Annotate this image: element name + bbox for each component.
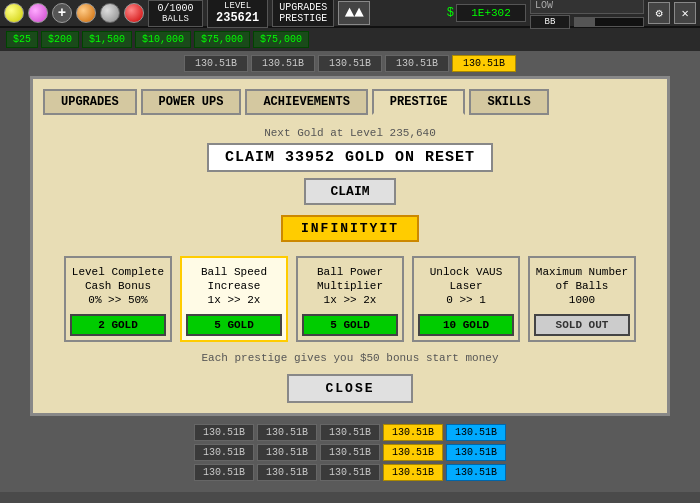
ball-yellow-icon[interactable] [4,3,24,23]
upgrade-card-3: Unlock VAUS Laser0 >> 1 10 GOLD [412,256,520,342]
card-title-4: Maximum Number of Balls1000 [534,264,630,308]
card-btn-2[interactable]: 5 GOLD [302,314,398,336]
ball-red-icon[interactable] [124,3,144,23]
ball-gray-icon[interactable] [100,3,120,23]
gold-info: Next Gold at Level 235,640 CLAIM 33952 G… [43,127,657,205]
top-bar: + 0/1000 BALLS LEVEL 235621 UPGRADES PRE… [0,0,700,28]
prestige-note: Each prestige gives you $50 bonus start … [43,352,657,364]
upgrade-card-0: Level Complete Cash Bonus0% >> 50% 2 GOL… [64,256,172,342]
next-gold-label: Next Gold at Level 235,640 [43,127,657,139]
inner-tab-2[interactable]: 130.51B [318,55,382,72]
card-btn-0[interactable]: 2 GOLD [70,314,166,336]
bottom-tab-row-1: 130.51B 130.51B 130.51B 130.51B 130.51B [8,424,692,441]
ball-orange-icon[interactable] [76,3,96,23]
upgrade-card-2: Ball Power Multiplier1x >> 2x 5 GOLD [296,256,404,342]
btab-2-1[interactable]: 130.51B [257,444,317,461]
bet-row: $25 $200 $1,500 $10,000 $75,000 $75,000 [0,28,700,51]
money-display: 1E+302 [456,4,526,22]
tab-prestige[interactable]: PRESTIGE [372,89,466,115]
game-area: 130.51B 130.51B 130.51B 130.51B 130.51B … [0,51,700,492]
btab-1-3[interactable]: 130.51B [383,424,443,441]
bottom-tab-row-2: 130.51B 130.51B 130.51B 130.51B 130.51B [8,444,692,461]
upgrade-cards: Level Complete Cash Bonus0% >> 50% 2 GOL… [43,256,657,342]
upgrade-card-4: Maximum Number of Balls1000 SOLD OUT [528,256,636,342]
bet-10000[interactable]: $10,000 [135,31,191,48]
card-btn-1[interactable]: 5 GOLD [186,314,282,336]
close-button[interactable]: CLOSE [287,374,412,403]
card-title-0: Level Complete Cash Bonus0% >> 50% [70,264,166,308]
inner-tab-bar-top: 130.51B 130.51B 130.51B 130.51B 130.51B [184,55,516,72]
btab-1-4[interactable]: 130.51B [446,424,506,441]
bet-200[interactable]: $200 [41,31,79,48]
btab-1-1[interactable]: 130.51B [257,424,317,441]
tab-achievements[interactable]: ACHIEVEMENTS [245,89,367,115]
prestige-arrow-icon[interactable]: ▲▲ [338,1,370,25]
low-indicator: LOW [530,0,644,14]
tab-skills[interactable]: SKILLS [469,89,548,115]
btab-2-3[interactable]: 130.51B [383,444,443,461]
card-btn-4[interactable]: SOLD OUT [534,314,630,336]
upgrade-card-1: Ball Speed Increase1x >> 2x 5 GOLD [180,256,288,342]
dollar-icon: $ [447,6,454,20]
inner-tab-0[interactable]: 130.51B [184,55,248,72]
btab-3-0[interactable]: 130.51B [194,464,254,481]
bet-75000-2[interactable]: $75,000 [253,31,309,48]
card-btn-3[interactable]: 10 GOLD [418,314,514,336]
main-panel: UPGRADES POWER UPS ACHIEVEMENTS PRESTIGE… [30,76,670,416]
bb-progress-bar [574,17,644,27]
bet-75000-1[interactable]: $75,000 [194,31,250,48]
level-box: LEVEL 235621 [207,0,268,28]
bet-25[interactable]: $25 [6,31,38,48]
bb-progress-fill [575,18,595,26]
balls-counter: 0/1000 BALLS [148,0,203,27]
claim-gold-text: CLAIM 33952 GOLD ON RESET [207,143,493,172]
bet-1500[interactable]: $1,500 [82,31,132,48]
btab-3-4[interactable]: 130.51B [446,464,506,481]
btab-1-2[interactable]: 130.51B [320,424,380,441]
btab-3-2[interactable]: 130.51B [320,464,380,481]
btab-2-2[interactable]: 130.51B [320,444,380,461]
btab-3-1[interactable]: 130.51B [257,464,317,481]
bb-label: BB [530,15,570,29]
btab-2-4[interactable]: 130.51B [446,444,506,461]
infinity-button[interactable]: INFINITYIT [281,215,419,242]
settings-icon[interactable]: ⚙ [648,2,670,24]
btab-2-0[interactable]: 130.51B [194,444,254,461]
nav-tabs: UPGRADES POWER UPS ACHIEVEMENTS PRESTIGE… [43,89,657,115]
card-title-1: Ball Speed Increase1x >> 2x [186,264,282,308]
tab-upgrades[interactable]: UPGRADES [43,89,137,115]
btab-1-0[interactable]: 130.51B [194,424,254,441]
inner-tab-1[interactable]: 130.51B [251,55,315,72]
upgrades-prestige-box[interactable]: UPGRADES PRESTIGE [272,0,334,27]
close-icon[interactable]: ✕ [674,2,696,24]
inner-tab-3[interactable]: 130.51B [385,55,449,72]
btab-3-3[interactable]: 130.51B [383,464,443,481]
ball-pink-icon[interactable] [28,3,48,23]
card-title-3: Unlock VAUS Laser0 >> 1 [418,264,514,308]
tab-powerups[interactable]: POWER UPS [141,89,242,115]
claim-button[interactable]: CLAIM [304,178,395,205]
bottom-tabs-area: 130.51B 130.51B 130.51B 130.51B 130.51B … [4,420,696,488]
card-title-2: Ball Power Multiplier1x >> 2x [302,264,398,308]
ball-plus-icon[interactable]: + [52,3,72,23]
bottom-tab-row-3: 130.51B 130.51B 130.51B 130.51B 130.51B [8,464,692,481]
inner-tab-4[interactable]: 130.51B [452,55,516,72]
